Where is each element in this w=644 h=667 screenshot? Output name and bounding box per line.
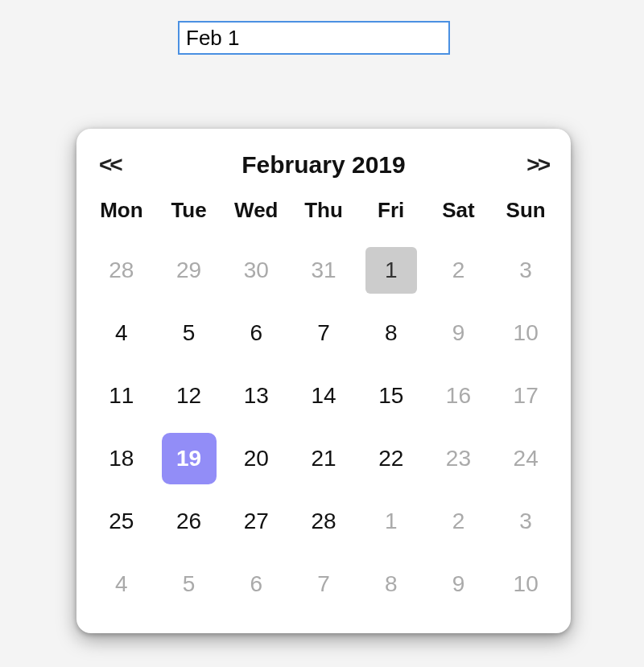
day-cell[interactable]: 10 bbox=[493, 303, 558, 363]
day-cell[interactable]: 14 bbox=[291, 366, 356, 426]
day-cell[interactable]: 7 bbox=[291, 554, 356, 614]
day-cell[interactable]: 8 bbox=[359, 554, 423, 614]
weekday-label: Sat bbox=[425, 198, 493, 223]
day-cell[interactable]: 5 bbox=[157, 554, 221, 614]
day-cell-selected[interactable]: 1 bbox=[365, 247, 417, 294]
day-cell[interactable]: 10 bbox=[493, 554, 558, 614]
day-cell[interactable]: 4 bbox=[89, 554, 154, 614]
day-cell[interactable]: 22 bbox=[359, 429, 423, 488]
day-cell[interactable]: 9 bbox=[427, 554, 491, 614]
day-cell[interactable]: 7 bbox=[291, 303, 356, 363]
day-cell[interactable]: 23 bbox=[427, 429, 491, 488]
day-cell[interactable]: 2 bbox=[427, 492, 491, 551]
day-cell[interactable]: 3 bbox=[493, 492, 558, 551]
day-cell[interactable]: 13 bbox=[224, 366, 288, 426]
day-cell[interactable]: 11 bbox=[89, 366, 154, 426]
month-year-title[interactable]: February 2019 bbox=[242, 151, 405, 179]
days-grid: 2829303112345678910111213141516171819202… bbox=[88, 234, 559, 617]
calendar-header: << February 2019 >> bbox=[88, 143, 559, 193]
day-cell[interactable]: 21 bbox=[291, 429, 356, 488]
weekday-label: Sun bbox=[492, 198, 559, 223]
day-cell[interactable]: 20 bbox=[224, 429, 288, 488]
day-cell[interactable]: 12 bbox=[157, 366, 221, 426]
date-picker: << February 2019 >> Mon Tue Wed Thu Fri … bbox=[76, 129, 571, 633]
day-cell[interactable]: 9 bbox=[427, 303, 491, 363]
day-cell[interactable]: 25 bbox=[89, 492, 154, 551]
day-cell[interactable]: 18 bbox=[89, 429, 154, 488]
day-cell[interactable]: 1 bbox=[359, 492, 423, 551]
day-cell[interactable]: 3 bbox=[493, 241, 558, 300]
day-cell[interactable]: 30 bbox=[224, 241, 288, 300]
weekday-label: Tue bbox=[155, 198, 223, 223]
day-cell[interactable]: 6 bbox=[224, 554, 288, 614]
day-cell[interactable]: 28 bbox=[291, 492, 356, 551]
day-cell[interactable]: 4 bbox=[89, 303, 154, 363]
weekday-label: Wed bbox=[222, 198, 290, 223]
day-cell[interactable]: 26 bbox=[157, 492, 221, 551]
weekday-label: Fri bbox=[357, 198, 425, 223]
weekday-row: Mon Tue Wed Thu Fri Sat Sun bbox=[88, 193, 559, 234]
day-cell[interactable]: 5 bbox=[157, 303, 221, 363]
day-cell[interactable]: 2 bbox=[427, 241, 491, 300]
weekday-label: Mon bbox=[88, 198, 155, 223]
weekday-label: Thu bbox=[290, 198, 357, 223]
prev-month-button[interactable]: << bbox=[99, 152, 121, 178]
day-cell[interactable]: 6 bbox=[224, 303, 288, 363]
day-cell[interactable]: 17 bbox=[493, 366, 558, 426]
day-cell-today[interactable]: 19 bbox=[162, 433, 217, 484]
day-cell[interactable]: 29 bbox=[157, 241, 221, 300]
day-cell[interactable]: 24 bbox=[493, 429, 558, 488]
day-cell[interactable]: 28 bbox=[89, 241, 154, 300]
date-input[interactable] bbox=[178, 21, 450, 55]
next-month-button[interactable]: >> bbox=[526, 152, 548, 178]
day-cell[interactable]: 15 bbox=[359, 366, 423, 426]
day-cell[interactable]: 16 bbox=[427, 366, 491, 426]
day-cell[interactable]: 8 bbox=[359, 303, 423, 363]
day-cell[interactable]: 27 bbox=[224, 492, 288, 551]
day-cell[interactable]: 31 bbox=[291, 241, 356, 300]
